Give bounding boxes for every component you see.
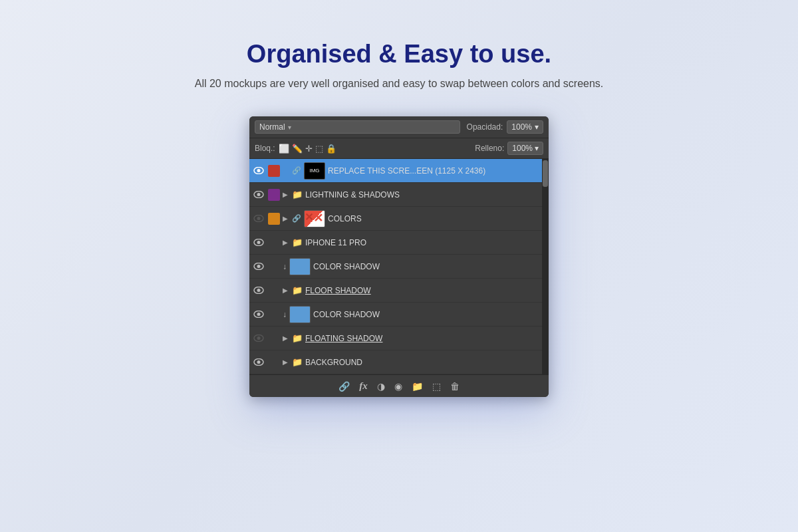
svg-point-17	[257, 360, 261, 364]
blend-mode-arrow: ▾	[288, 124, 291, 131]
layer-thumbnail: IMG	[304, 162, 325, 180]
layer-row[interactable]: ▶ 📁 FLOOR SHADOW	[249, 279, 542, 303]
layer-row[interactable]: 🔗 IMG REPLACE THIS SCRE...EEN (1125 X 24…	[249, 159, 542, 183]
layer-color-indicator	[268, 213, 280, 225]
adjustment-icon[interactable]: ◉	[394, 381, 402, 392]
layer-link-icon: 🔗	[292, 214, 301, 223]
expand-arrow[interactable]: ▶	[283, 239, 289, 246]
link-layers-icon[interactable]: 🔗	[338, 381, 350, 392]
new-layer-icon[interactable]: ⬚	[432, 381, 441, 392]
expand-arrow[interactable]: ▶	[283, 191, 289, 198]
lock-fill-bar: Bloq.: ⬜ ✏️ ✛ ⬚ 🔒 Relleno: 100% ▾	[249, 138, 549, 159]
expand-arrow[interactable]: ▶	[283, 358, 289, 366]
expand-arrow[interactable]: ▶	[283, 215, 289, 222]
add-mask-icon[interactable]: ◑	[377, 381, 385, 392]
opacity-value: 100%	[511, 122, 532, 132]
layer-name[interactable]: BACKGROUND	[305, 358, 539, 367]
svg-point-5	[257, 217, 261, 220]
opacity-select[interactable]: 100% ▾	[507, 120, 543, 134]
effect-icon: ↓	[283, 310, 287, 319]
fill-select[interactable]: 100% ▾	[507, 142, 543, 155]
fx-icon[interactable]: fx	[359, 380, 368, 392]
layer-thumbnail	[289, 258, 311, 275]
main-title: Organised & Easy to use.	[195, 40, 604, 68]
new-group-icon[interactable]: 📁	[412, 381, 423, 392]
layer-row[interactable]: ▶ 📁 IPHONE 11 PRO	[249, 231, 542, 255]
svg-point-13	[257, 313, 261, 316]
fill-label: Relleno:	[475, 144, 504, 153]
svg-point-9	[257, 265, 261, 268]
lock-label: Bloq.:	[255, 144, 275, 153]
lock-paint-icon[interactable]: ✏️	[292, 144, 303, 154]
subtitle: All 20 mockups are very well organised a…	[195, 78, 604, 90]
photoshop-panel: Normal ▾ Opacidad: 100% ▾ Bloq.: ⬜ ✏️ ✛ …	[249, 116, 549, 397]
layer-name[interactable]: IPHONE 11 PRO	[305, 238, 539, 247]
layer-name[interactable]: FLOOR SHADOW	[305, 286, 539, 295]
lock-pixels-icon[interactable]: ⬜	[279, 144, 289, 154]
opacity-arrow: ▾	[535, 122, 539, 132]
expand-arrow[interactable]: ▶	[283, 334, 289, 342]
lock-artboard-icon[interactable]: ⬚	[315, 144, 323, 154]
layer-row[interactable]: ▶ 📁 FLOATING SHADOW	[249, 327, 542, 350]
delete-layer-icon[interactable]: 🗑	[450, 381, 460, 392]
layer-name[interactable]: COLOR SHADOW	[313, 262, 539, 271]
layer-row[interactable]: ▶ 📁 LIGHTNING & SHADOWS	[249, 183, 542, 207]
visibility-eye[interactable]	[252, 236, 265, 249]
layer-name[interactable]: FLOATING SHADOW	[305, 334, 539, 343]
layer-name[interactable]: LIGHTNING & SHADOWS	[305, 190, 539, 200]
layers-list: 🔗 IMG REPLACE THIS SCRE...EEN (1125 X 24…	[249, 159, 542, 374]
layer-thumbnail: ✕	[304, 210, 325, 227]
blend-opacity-bar: Normal ▾ Opacidad: 100% ▾	[249, 116, 549, 138]
layer-row[interactable]: ↓ COLOR SHADOW	[249, 303, 542, 327]
scrollbar-thumb[interactable]	[543, 160, 548, 187]
svg-point-3	[257, 193, 261, 196]
visibility-eye[interactable]	[252, 164, 265, 178]
lock-icons: ⬜ ✏️ ✛ ⬚ 🔒	[279, 144, 336, 154]
svg-point-15	[257, 336, 261, 340]
visibility-eye[interactable]	[252, 260, 265, 273]
svg-point-11	[257, 289, 261, 292]
layers-wrapper: 🔗 IMG REPLACE THIS SCRE...EEN (1125 X 24…	[249, 159, 549, 374]
page-header: Organised & Easy to use. All 20 mockups …	[195, 40, 604, 90]
lock-move-icon[interactable]: ✛	[305, 144, 313, 154]
layer-thumbnail	[289, 306, 311, 323]
visibility-eye[interactable]	[252, 332, 265, 345]
folder-icon: 📁	[292, 357, 303, 367]
layer-row[interactable]: ▶ 🔗 ✕ COLORS	[249, 207, 542, 231]
svg-point-1	[257, 169, 261, 172]
layer-color-indicator	[268, 189, 280, 201]
layer-link-icon: 🔗	[292, 166, 301, 175]
opacity-label: Opacidad:	[467, 122, 503, 132]
visibility-eye[interactable]	[252, 284, 265, 297]
folder-icon: 📁	[292, 237, 303, 247]
layer-name[interactable]: COLOR SHADOW	[313, 310, 539, 319]
lock-all-icon[interactable]: 🔒	[326, 144, 336, 154]
visibility-eye[interactable]	[252, 308, 265, 321]
folder-icon: 📁	[292, 285, 303, 295]
folder-icon: 📁	[292, 333, 303, 343]
visibility-eye[interactable]	[252, 356, 265, 369]
layer-name[interactable]: COLORS	[328, 214, 539, 223]
blend-mode-select[interactable]: Normal ▾	[255, 120, 460, 134]
expand-arrow[interactable]: ▶	[283, 287, 289, 294]
folder-icon: 📁	[292, 190, 303, 200]
bottom-toolbar: 🔗 fx ◑ ◉ 📁 ⬚ 🗑	[249, 374, 549, 397]
layers-scrollbar[interactable]	[542, 159, 549, 374]
layer-row[interactable]: ↓ COLOR SHADOW	[249, 255, 542, 279]
svg-point-7	[257, 241, 261, 244]
layer-color-indicator	[268, 165, 280, 177]
visibility-eye[interactable]	[252, 188, 265, 201]
blend-mode-value: Normal	[259, 122, 285, 132]
fill-value: 100%	[512, 144, 533, 153]
fill-arrow: ▾	[535, 144, 539, 153]
layer-name[interactable]: REPLACE THIS SCRE...EEN (1125 X 2436)	[328, 166, 539, 176]
layer-row[interactable]: ▶ 📁 BACKGROUND	[249, 350, 542, 374]
visibility-eye[interactable]	[252, 212, 265, 225]
effect-icon: ↓	[283, 262, 287, 271]
